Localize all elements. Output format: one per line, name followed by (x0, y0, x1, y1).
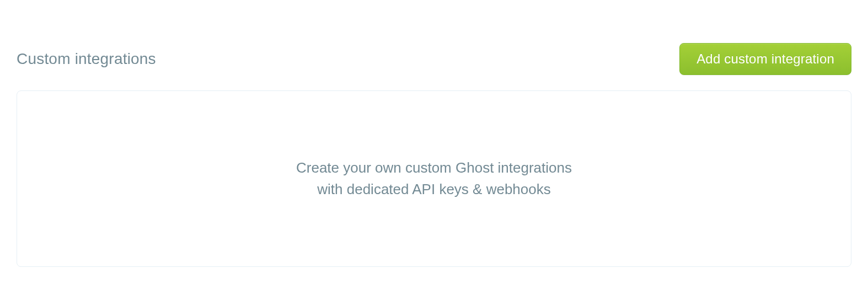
add-custom-integration-button[interactable]: Add custom integration (679, 43, 851, 75)
empty-state-line-2: with dedicated API keys & webhooks (296, 179, 572, 200)
empty-state-text: Create your own custom Ghost integration… (296, 157, 572, 200)
section-header: Custom integrations Add custom integrati… (17, 43, 851, 75)
custom-integrations-section: Custom integrations Add custom integrati… (0, 0, 868, 267)
empty-state-panel: Create your own custom Ghost integration… (17, 90, 851, 267)
empty-state-line-1: Create your own custom Ghost integration… (296, 157, 572, 179)
section-title: Custom integrations (17, 50, 156, 68)
